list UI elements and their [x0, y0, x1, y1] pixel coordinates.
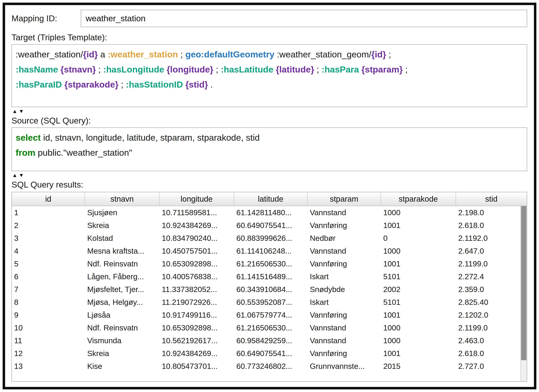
table-cell: Snødybde: [308, 283, 381, 296]
table-cell: 10.400576838...: [159, 270, 234, 283]
table-row[interactable]: 11Vismunda10.562192617...60.958429259...…: [12, 334, 520, 347]
table-cell: Mjøsfeltet, Tjer...: [85, 283, 159, 296]
table-cell: 2015: [381, 360, 456, 373]
table-cell: Vannstand: [308, 334, 381, 347]
table-cell: 5: [12, 257, 85, 270]
code-line: select id, stnavn, longitude, latitude, …: [16, 130, 523, 145]
table-cell: Skreia: [85, 347, 159, 360]
table-row[interactable]: 8Mjøsa, Helgøy...11.219072926...60.55395…: [12, 296, 520, 309]
table-row[interactable]: 4Mesna kraftsta...10.450757501...61.1141…: [12, 244, 520, 257]
table-cell: 2.1199.0: [456, 321, 520, 334]
table-cell: 8: [12, 296, 85, 309]
column-header-stnavn[interactable]: stnavn: [85, 192, 159, 206]
table-cell: 10: [12, 321, 85, 334]
source-sql-editor[interactable]: select id, stnavn, longitude, latitude, …: [11, 128, 527, 171]
code-token: ;: [96, 64, 103, 74]
code-token: :hasParaID: [16, 79, 62, 89]
table-row[interactable]: 9Ljøsåa10.917499116...61.067579774...Van…: [12, 309, 520, 321]
mapping-id-input[interactable]: [81, 10, 527, 27]
table-cell: Vannstand: [308, 244, 381, 257]
table-cell: 61.216506530...: [234, 257, 308, 270]
table-cell: 6: [12, 270, 85, 283]
column-header-id[interactable]: id: [12, 192, 85, 206]
table-row[interactable]: 2Skreia10.924384269...60.649075541...Van…: [12, 219, 520, 232]
table-cell: Vannføring: [308, 347, 381, 360]
table-row[interactable]: 12Skreia10.924384269...60.649075541...Va…: [12, 347, 520, 360]
table-cell: Grunnvannste...: [308, 360, 381, 373]
code-token: .: [208, 79, 213, 89]
table-row[interactable]: 6Lågen, Fåberg...10.400576838...61.14151…: [12, 270, 520, 283]
column-header-longitude[interactable]: longitude: [159, 192, 234, 206]
table-cell: 2.272.4: [456, 270, 520, 283]
results-vertical-scrollbar[interactable]: [520, 206, 527, 381]
table-cell: 10.917499116...: [159, 309, 234, 321]
table-cell: Kise: [85, 360, 159, 373]
table-cell: 13: [12, 360, 85, 373]
table-cell: 5101: [381, 296, 456, 309]
table-cell: 11.219072926...: [159, 296, 234, 309]
table-cell: 60.773246802...: [234, 360, 308, 373]
table-cell: 60.649075541...: [234, 219, 308, 232]
results-table-body-wrap: 1Sjusjøen10.711589581...61.142811480...V…: [12, 206, 527, 381]
table-cell: 2.1192.0: [456, 232, 520, 244]
table-cell: 10.711589581...: [159, 206, 234, 219]
code-token: geo:defaultGeometry: [185, 49, 274, 59]
table-cell: 1000: [381, 334, 456, 347]
table-cell: 10.805473701...: [159, 360, 234, 373]
code-token: [164, 64, 167, 74]
table-cell: 1: [12, 206, 85, 219]
table-row[interactable]: 13Kise10.805473701...60.773246802...Grun…: [12, 360, 520, 373]
code-token: ;: [118, 79, 126, 89]
column-header-stparam[interactable]: stparam: [308, 192, 381, 206]
target-section-label: Target (Triples Template):: [11, 32, 527, 43]
column-header-stparakode[interactable]: stparakode: [381, 192, 456, 206]
table-cell: 2.198.0: [456, 206, 520, 219]
code-token: {stparam}: [361, 64, 403, 74]
table-cell: Vismunda: [85, 334, 159, 347]
table-cell: 10.924384269...: [159, 219, 234, 232]
table-cell: Ndf. Reinsvatn: [85, 257, 159, 270]
code-token: {stparakode}: [64, 79, 118, 89]
resize-up-icon[interactable]: ▲: [12, 173, 17, 178]
code-token: :hasStationID: [126, 79, 183, 89]
scrollbar-thumb[interactable]: [521, 206, 526, 360]
code-token: [359, 64, 361, 74]
table-row[interactable]: 1Sjusjøen10.711589581...61.142811480...V…: [12, 206, 520, 219]
code-token: ;: [178, 49, 185, 59]
table-cell: 2.618.0: [456, 219, 520, 232]
column-header-stid[interactable]: stid: [456, 192, 527, 206]
table-cell: Ljøsåa: [85, 309, 159, 321]
results-table-header: idstnavnlongitudelatitudestparamstparako…: [12, 192, 527, 206]
code-token: [273, 64, 276, 74]
table-cell: Vannføring: [308, 309, 381, 321]
table-cell: 1000: [381, 244, 456, 257]
table-cell: 2.825.40: [456, 296, 520, 309]
resize-up-icon[interactable]: ▲: [12, 109, 17, 114]
resize-down-icon[interactable]: ▼: [19, 109, 24, 114]
table-cell: 11: [12, 334, 85, 347]
table-cell: 61.216506530...: [234, 321, 308, 334]
table-row[interactable]: 7Mjøsfeltet, Tjer...11.337382052...60.34…: [12, 283, 520, 296]
column-header-latitude[interactable]: latitude: [234, 192, 308, 206]
resize-down-icon[interactable]: ▼: [19, 173, 24, 178]
table-cell: 1000: [381, 206, 456, 219]
table-cell: Nedbør: [308, 232, 381, 244]
table-row[interactable]: 3Kolstad10.834790240...60.883999626...Ne…: [12, 232, 520, 244]
table-cell: 2.618.0: [456, 347, 520, 360]
code-token: [183, 79, 185, 89]
target-triples-editor[interactable]: :weather_station/{id} a :weather_station…: [11, 44, 527, 107]
table-row[interactable]: 10Ndf. Reinsvatn10.653092898...61.216506…: [12, 321, 520, 334]
code-token: {id}: [83, 49, 98, 59]
code-token: {stid}: [185, 79, 208, 89]
code-token: {stnavn}: [60, 64, 96, 74]
code-token: [62, 79, 64, 89]
table-cell: 10.924384269...: [159, 347, 234, 360]
table-cell: 10.653092898...: [159, 257, 234, 270]
table-cell: 11.337382052...: [159, 283, 234, 296]
table-cell: 2.727.0: [456, 360, 520, 373]
mapping-id-row: Mapping ID:: [11, 10, 527, 27]
code-token: :weather_station: [108, 49, 178, 59]
table-row[interactable]: 5Ndf. Reinsvatn10.653092898...61.2165065…: [12, 257, 520, 270]
code-line: :hasName {stnavn} ; :hasLongitude {longi…: [16, 62, 523, 77]
table-cell: 61.114106248...: [234, 244, 308, 257]
